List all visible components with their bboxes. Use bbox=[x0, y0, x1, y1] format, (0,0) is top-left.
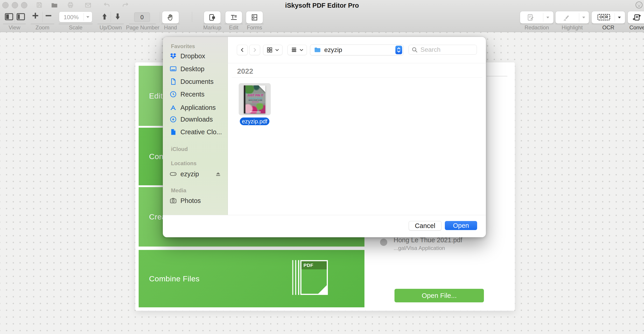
search-field[interactable] bbox=[408, 45, 477, 55]
page-up-icon[interactable] bbox=[101, 13, 108, 20]
sidebar-item-downloads[interactable]: Downloads bbox=[170, 114, 213, 124]
chevrons-up-down-icon bbox=[396, 46, 402, 54]
zoom-out-button[interactable]: − bbox=[45, 10, 52, 21]
markup-button[interactable] bbox=[204, 11, 220, 24]
cancel-button[interactable]: Cancel bbox=[409, 221, 442, 230]
recent-heading-underline bbox=[486, 76, 508, 76]
open-button[interactable]: Open bbox=[445, 221, 477, 230]
markup-group-label: Markup bbox=[203, 25, 222, 31]
appstore-icon bbox=[170, 104, 177, 111]
page-down-icon[interactable] bbox=[114, 13, 122, 20]
convert-icon bbox=[633, 13, 641, 22]
feedback-smiley-icon[interactable] bbox=[635, 1, 643, 9]
view-split-icon[interactable] bbox=[16, 12, 26, 22]
downloads-icon bbox=[170, 116, 177, 123]
desktop-icon bbox=[170, 65, 177, 73]
highlight-button[interactable] bbox=[556, 11, 589, 24]
file-item-ezyzip[interactable]: JUST PIN IT A HOLIDAY SEASON QUICK START… bbox=[239, 83, 272, 126]
divider bbox=[520, 24, 554, 24]
sidebar-item-applications[interactable]: Applications bbox=[170, 103, 216, 113]
dropbox-icon bbox=[170, 53, 177, 60]
combine-pdf-icon: PDF bbox=[292, 260, 332, 296]
search-input[interactable] bbox=[420, 46, 473, 54]
chevron-right-icon bbox=[252, 47, 258, 53]
edit-group-label: Edit bbox=[224, 25, 243, 31]
sidebar-item-label: Applications bbox=[180, 104, 216, 111]
popup-stepper[interactable] bbox=[396, 46, 402, 54]
divider bbox=[31, 24, 54, 24]
forward-button[interactable] bbox=[249, 45, 260, 55]
divider bbox=[42, 12, 43, 22]
dialog-sidebar: Favorites Dropbox Desktop Documents Rece… bbox=[163, 37, 228, 215]
tile-combine-files[interactable]: Combine Files PDF bbox=[139, 250, 364, 307]
scale-select[interactable]: 100% bbox=[59, 12, 92, 22]
recent-file-row[interactable]: Hong Le Thue 2021.pdf ...gal/Visa Applic… bbox=[380, 236, 506, 254]
cover-subtitle-1: A HOLIDAY SEASON bbox=[246, 98, 265, 99]
cover-subtitle-2: QUICK START GUIDE bbox=[246, 99, 265, 101]
divider bbox=[129, 24, 156, 24]
file-name-badge: ezyzip.pdf bbox=[240, 118, 270, 125]
tile-label: Combine Files bbox=[139, 274, 200, 283]
open-label: Open bbox=[453, 222, 469, 229]
chevron-down-icon bbox=[582, 17, 585, 19]
divider bbox=[3, 24, 26, 24]
cancel-label: Cancel bbox=[415, 222, 435, 230]
recent-file-subtitle: ...gal/Visa Application bbox=[394, 245, 445, 251]
group-mode-button[interactable] bbox=[288, 45, 307, 55]
updown-group-label: Up/Down bbox=[98, 25, 124, 31]
eject-icon[interactable] bbox=[215, 171, 222, 177]
sidebar-item-documents[interactable]: Documents bbox=[170, 77, 214, 87]
recent-file-avatar bbox=[380, 239, 387, 246]
sidebar-item-photos[interactable]: Photos bbox=[170, 196, 201, 206]
disk-icon bbox=[170, 170, 177, 178]
sidebar-item-label: Documents bbox=[180, 78, 214, 85]
locations-header: Locations bbox=[171, 160, 196, 167]
cover-title: JUST PIN IT bbox=[246, 94, 265, 97]
tile-label: Crea bbox=[139, 212, 166, 221]
divider bbox=[84, 13, 84, 21]
divider bbox=[14, 12, 15, 22]
recent-file-title: Hong Le Thue 2021.pdf bbox=[394, 236, 462, 244]
sidebar-item-ezyzip-disk[interactable]: ezyzip bbox=[170, 169, 222, 179]
highlight-brush-icon bbox=[563, 14, 570, 21]
page-number-value: 0 bbox=[140, 14, 144, 21]
forms-button[interactable] bbox=[246, 11, 263, 24]
clock-icon bbox=[170, 91, 177, 98]
divider bbox=[579, 13, 579, 22]
sidebar-item-label: Desktop bbox=[180, 65, 204, 73]
edit-button[interactable] bbox=[225, 11, 242, 24]
folder-popup-button[interactable]: ezyzip bbox=[310, 45, 404, 55]
sidebar-item-dropbox[interactable]: Dropbox bbox=[170, 51, 205, 61]
sidebar-item-label: Dropbox bbox=[180, 53, 205, 60]
section-header-2022: 2022 bbox=[237, 67, 253, 76]
pdf-badge: PDF bbox=[302, 261, 327, 269]
media-header: Media bbox=[171, 187, 186, 194]
open-file-button[interactable]: Open File... bbox=[394, 289, 484, 302]
sidebar-item-creative-cloud[interactable]: Creative Clo... bbox=[170, 127, 222, 137]
sidebar-item-label: ezyzip bbox=[180, 170, 199, 178]
convert-group-label: Conver bbox=[629, 25, 644, 31]
hand-tool-button[interactable] bbox=[162, 11, 179, 24]
view-single-icon[interactable] bbox=[4, 12, 14, 22]
file-thumbnail-selection: JUST PIN IT A HOLIDAY SEASON QUICK START… bbox=[239, 83, 271, 115]
open-file-dialog: Favorites Dropbox Desktop Documents Rece… bbox=[163, 37, 486, 237]
view-mode-button[interactable] bbox=[263, 45, 282, 55]
chevron-down-icon bbox=[275, 48, 279, 52]
ocr-button[interactable]: OCR bbox=[592, 11, 625, 24]
sidebar-item-desktop[interactable]: Desktop bbox=[170, 64, 204, 74]
chevron-down-icon bbox=[546, 17, 550, 19]
divider bbox=[232, 78, 482, 78]
redaction-button[interactable] bbox=[520, 11, 554, 24]
divider bbox=[556, 24, 589, 24]
convert-button[interactable] bbox=[628, 11, 644, 24]
divider bbox=[628, 24, 644, 24]
grid-view-icon bbox=[266, 47, 273, 53]
divider bbox=[98, 24, 124, 24]
back-button[interactable] bbox=[237, 45, 248, 55]
page-number-input[interactable]: 0 bbox=[134, 13, 150, 22]
sidebar-item-recents[interactable]: Recents bbox=[170, 89, 204, 99]
divider bbox=[228, 63, 486, 63]
view-group-label: View bbox=[3, 25, 26, 31]
tile-label: Edit bbox=[139, 92, 163, 100]
zoom-in-button[interactable]: + bbox=[32, 10, 38, 21]
